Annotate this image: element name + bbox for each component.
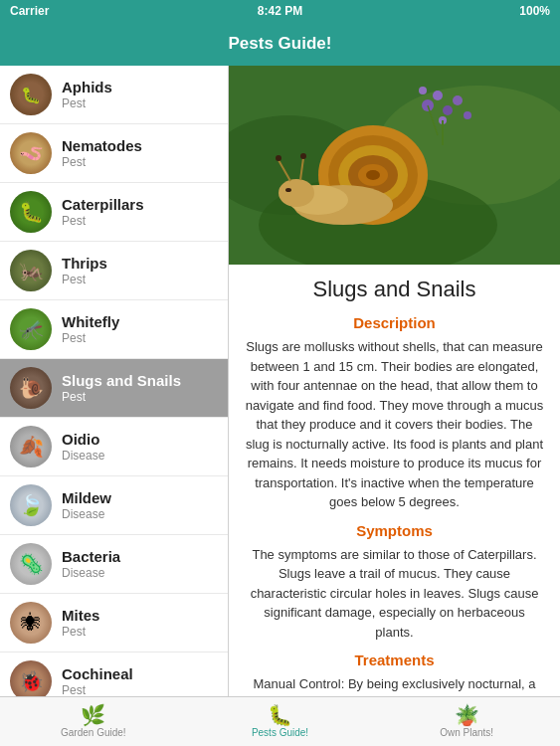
item-text-mites: Mites Pest — [62, 607, 99, 639]
sidebar-list: 🐛 Aphids Pest 🪱 Nematodes Pest 🐛 Caterpi… — [0, 66, 229, 696]
item-text-aphids: Aphids Pest — [62, 79, 112, 110]
svg-point-24 — [276, 155, 281, 161]
tab-icon-plants: 🪴 — [455, 705, 479, 725]
detail-sections: DescriptionSlugs are mollusks without sh… — [245, 314, 544, 696]
nav-bar: Pests Guide! — [0, 22, 560, 66]
svg-point-26 — [285, 188, 291, 192]
tab-label-garden: Garden Guide! — [61, 727, 126, 738]
list-item-thrips[interactable]: 🦗 Thrips Pest — [0, 242, 228, 300]
svg-point-25 — [300, 153, 306, 159]
tab-pests[interactable]: 🐛 Pests Guide! — [187, 697, 374, 746]
main-content: 🐛 Aphids Pest 🪱 Nematodes Pest 🐛 Caterpi… — [0, 66, 560, 696]
tab-label-plants: Own Plants! — [440, 727, 493, 738]
item-icon-aphids: 🐛 — [10, 74, 52, 115]
list-item-oidio[interactable]: 🍂 Oidio Disease — [0, 418, 228, 476]
item-name-aphids: Aphids — [62, 79, 112, 95]
tab-label-pests: Pests Guide! — [252, 727, 308, 738]
tab-icon-pests: 🐛 — [268, 705, 292, 725]
item-text-nematodes: Nematodes Pest — [62, 137, 142, 169]
detail-content: Slugs and Snails DescriptionSlugs are mo… — [229, 265, 560, 696]
item-name-mites: Mites — [62, 607, 99, 624]
item-text-bacteria: Bacteria Disease — [62, 548, 120, 580]
item-name-thrips: Thrips — [62, 255, 107, 272]
item-category-whitefly: Pest — [62, 331, 119, 345]
item-icon-thrips: 🦗 — [10, 250, 52, 291]
item-category-caterpillars: Pest — [62, 214, 144, 228]
item-name-slugs: Slugs and Snails — [62, 372, 181, 389]
detail-title: Slugs and Snails — [245, 277, 544, 302]
item-icon-mites: 🕷 — [10, 602, 52, 644]
item-category-bacteria: Disease — [62, 566, 120, 580]
item-text-oidio: Oidio Disease — [62, 431, 104, 463]
item-text-cochineal: Cochineal Pest — [62, 665, 133, 696]
item-name-bacteria: Bacteria — [62, 548, 120, 565]
nav-title: Pests Guide! — [229, 34, 332, 54]
carrier-label: Carrier — [10, 4, 49, 18]
item-text-thrips: Thrips Pest — [62, 255, 107, 286]
item-icon-slugs: 🐌 — [10, 367, 52, 409]
item-name-mildew: Mildew — [62, 489, 111, 506]
item-icon-nematodes: 🪱 — [10, 132, 52, 174]
item-category-aphids: Pest — [62, 96, 112, 110]
status-bar: Carrier 8:42 PM 100% — [0, 0, 560, 22]
list-item-mites[interactable]: 🕷 Mites Pest — [0, 594, 228, 653]
item-category-mites: Pest — [62, 625, 99, 639]
item-icon-cochineal: 🐞 — [10, 660, 52, 696]
list-item-mildew[interactable]: 🍃 Mildew Disease — [0, 476, 228, 535]
item-name-cochineal: Cochineal — [62, 665, 133, 682]
svg-point-9 — [464, 111, 471, 119]
item-category-nematodes: Pest — [62, 155, 142, 169]
section-text-description: Slugs are mollusks without shells, that … — [245, 337, 544, 512]
list-item-cochineal[interactable]: 🐞 Cochineal Pest — [0, 653, 228, 696]
item-text-mildew: Mildew Disease — [62, 489, 111, 521]
item-category-mildew: Disease — [62, 507, 111, 521]
item-text-caterpillars: Caterpillars Pest — [62, 196, 144, 228]
item-category-thrips: Pest — [62, 273, 107, 286]
item-icon-mildew: 🍃 — [10, 484, 52, 526]
section-heading-symptoms: Symptoms — [245, 522, 544, 539]
battery-label: 100% — [519, 4, 550, 18]
list-item-aphids[interactable]: 🐛 Aphids Pest — [0, 66, 228, 124]
svg-point-18 — [366, 170, 380, 180]
list-item-whitefly[interactable]: 🦟 Whitefly Pest — [0, 300, 228, 359]
section-heading-description: Description — [245, 314, 544, 331]
svg-point-8 — [453, 95, 463, 105]
item-category-cochineal: Pest — [62, 683, 133, 696]
section-text-symptoms: The symptoms are similar to those of Cat… — [245, 545, 544, 643]
item-text-slugs: Slugs and Snails Pest — [62, 372, 181, 404]
tab-icon-garden: 🌿 — [81, 705, 105, 725]
item-icon-whitefly: 🦟 — [10, 308, 52, 350]
item-name-oidio: Oidio — [62, 431, 104, 448]
item-name-caterpillars: Caterpillars — [62, 196, 144, 213]
tab-bar: 🌿 Garden Guide! 🐛 Pests Guide! 🪴 Own Pla… — [0, 696, 560, 746]
list-item-bacteria[interactable]: 🦠 Bacteria Disease — [0, 535, 228, 594]
list-item-nematodes[interactable]: 🪱 Nematodes Pest — [0, 124, 228, 183]
item-name-nematodes: Nematodes — [62, 137, 142, 154]
detail-panel: Slugs and Snails DescriptionSlugs are mo… — [229, 66, 560, 696]
detail-image — [229, 66, 560, 265]
tab-garden[interactable]: 🌿 Garden Guide! — [0, 697, 187, 746]
item-text-whitefly: Whitefly Pest — [62, 313, 119, 345]
item-icon-bacteria: 🦠 — [10, 543, 52, 585]
svg-point-21 — [279, 179, 314, 207]
svg-point-7 — [419, 87, 427, 94]
list-item-slugs[interactable]: 🐌 Slugs and Snails Pest — [0, 359, 228, 418]
item-category-oidio: Disease — [62, 449, 104, 463]
section-text-treatments: Manual Control: By being exclusively noc… — [245, 674, 544, 696]
svg-point-5 — [433, 91, 443, 100]
item-icon-caterpillars: 🐛 — [10, 191, 52, 233]
svg-point-6 — [443, 105, 453, 115]
item-category-slugs: Pest — [62, 390, 181, 404]
time-label: 8:42 PM — [258, 4, 302, 18]
tab-plants[interactable]: 🪴 Own Plants! — [373, 697, 560, 746]
item-name-whitefly: Whitefly — [62, 313, 119, 330]
section-heading-treatments: Treatments — [245, 652, 544, 668]
detail-image-svg — [229, 66, 560, 265]
list-item-caterpillars[interactable]: 🐛 Caterpillars Pest — [0, 183, 228, 242]
item-icon-oidio: 🍂 — [10, 426, 52, 467]
